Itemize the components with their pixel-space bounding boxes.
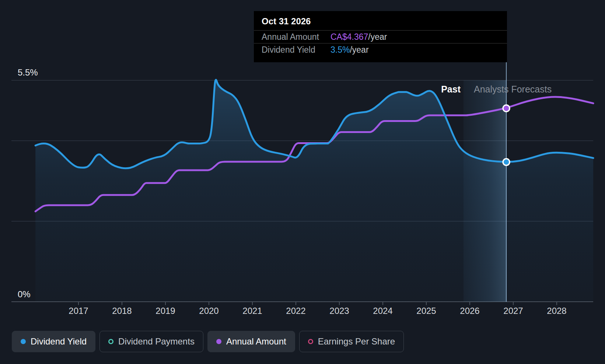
legend-earnings-per-share-button[interactable]: Earnings Per Share bbox=[299, 331, 404, 352]
legend-annual-amount-button[interactable]: Annual Amount bbox=[207, 331, 295, 352]
legend-dividend-payments-button[interactable]: Dividend Payments bbox=[99, 331, 203, 352]
x-axis-year-label: 2025 bbox=[416, 306, 436, 316]
past-section-label: Past bbox=[441, 84, 461, 94]
annual-amount-marker[interactable] bbox=[503, 105, 510, 112]
forecast-highlight-band bbox=[464, 80, 506, 302]
dividend-yield-dot-icon bbox=[21, 339, 26, 344]
analysts-forecasts-section-label: Analysts Forecasts bbox=[474, 84, 552, 94]
legend-dividend-payments-label: Dividend Payments bbox=[118, 336, 195, 347]
tooltip-dividend-yield-value: 3.5% bbox=[331, 45, 350, 55]
legend-dividend-yield-button[interactable]: Dividend Yield bbox=[12, 331, 95, 352]
dividend-history-forecast-chart: 2017201820192020202120222023202420252026… bbox=[0, 0, 605, 364]
tooltip-annual-amount-suffix: /year bbox=[368, 32, 387, 42]
x-axis-year-label: 2023 bbox=[329, 306, 349, 316]
tooltip-annual-amount-row: Annual Amount CA$4.367 /year bbox=[254, 30, 507, 43]
dividend-yield-marker[interactable] bbox=[503, 159, 510, 165]
annual-amount-dot-icon bbox=[216, 339, 221, 344]
x-axis-year-label: 2017 bbox=[69, 306, 88, 316]
y-axis-min-label: 0% bbox=[18, 289, 31, 299]
tooltip-dividend-yield-suffix: /year bbox=[350, 45, 368, 55]
tooltip-dividend-yield-row: Dividend Yield 3.5% /year bbox=[254, 43, 507, 56]
legend-annual-amount-label: Annual Amount bbox=[226, 336, 286, 347]
tooltip-annual-amount-label: Annual Amount bbox=[262, 32, 331, 42]
chart-tooltip: Oct 31 2026 Annual Amount CA$4.367 /year… bbox=[254, 11, 507, 62]
x-axis-year-label: 2020 bbox=[199, 306, 218, 316]
dividend-payments-ring-icon bbox=[108, 339, 113, 344]
tooltip-date: Oct 31 2026 bbox=[254, 11, 507, 30]
dividend-yield-area-fill bbox=[35, 80, 593, 302]
x-axis-year-label: 2021 bbox=[242, 306, 262, 316]
x-axis-year-label: 2018 bbox=[112, 306, 132, 316]
x-axis-year-label: 2026 bbox=[460, 306, 479, 316]
y-axis-max-label: 5.5% bbox=[18, 67, 38, 77]
x-axis-year-label: 2028 bbox=[547, 306, 566, 316]
tooltip-annual-amount-value: CA$4.367 bbox=[331, 32, 368, 42]
x-axis-year-label: 2024 bbox=[373, 306, 392, 316]
legend-earnings-per-share-label: Earnings Per Share bbox=[318, 336, 395, 347]
earnings-per-share-ring-icon bbox=[308, 339, 313, 344]
tooltip-dividend-yield-label: Dividend Yield bbox=[262, 45, 331, 55]
chart-legend: Dividend Yield Dividend Payments Annual … bbox=[12, 331, 404, 352]
legend-dividend-yield-label: Dividend Yield bbox=[31, 336, 87, 347]
x-axis-year-label: 2027 bbox=[503, 306, 523, 316]
x-axis-year-label: 2022 bbox=[286, 306, 305, 316]
x-axis-year-label: 2019 bbox=[155, 306, 175, 316]
x-axis: 2017201820192020202120222023202420252026… bbox=[69, 302, 566, 316]
